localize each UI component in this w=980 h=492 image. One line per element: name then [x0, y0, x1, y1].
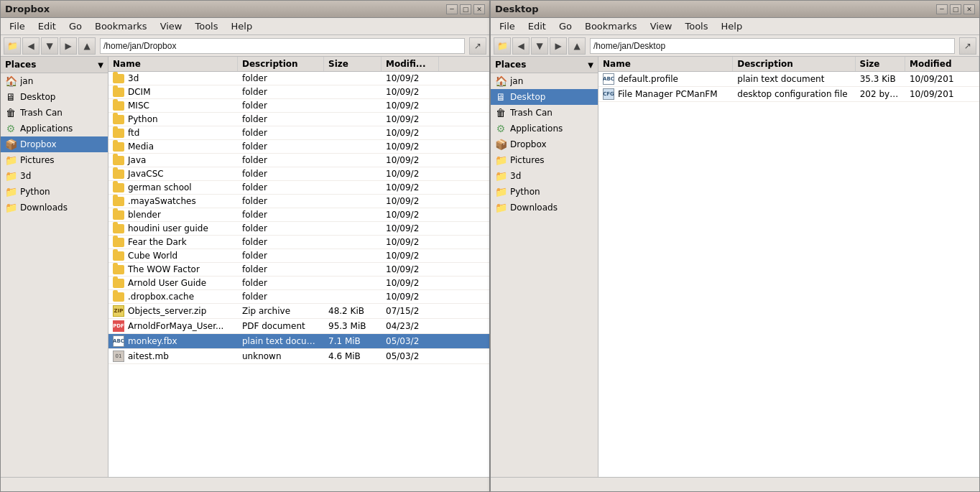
- menu-file[interactable]: File: [4, 19, 31, 33]
- table-row[interactable]: Fear the Dark folder 10/09/2: [108, 236, 489, 249]
- table-row[interactable]: german school folder 10/09/2: [108, 181, 489, 195]
- right-maximize-button[interactable]: □: [950, 4, 961, 14]
- table-row[interactable]: 3d folder 10/09/2: [108, 72, 489, 85]
- table-row[interactable]: PDF ArnoldForMaya_User... PDF document 9…: [108, 319, 489, 334]
- right-open-new-btn[interactable]: ↗: [959, 37, 976, 55]
- table-row[interactable]: CFG File Manager PCManFM desktop configu…: [598, 87, 979, 102]
- right-back-btn[interactable]: ◀: [512, 37, 530, 55]
- right-forward-btn[interactable]: ▶: [550, 37, 567, 55]
- right-menu-edit[interactable]: Edit: [522, 19, 552, 33]
- right-col-header-size[interactable]: Size: [856, 57, 905, 71]
- table-row[interactable]: blender folder 10/09/2: [108, 208, 489, 222]
- desktop-column-headers: Name Description Size Modified: [598, 57, 979, 72]
- folder-icon: [113, 88, 124, 97]
- menu-bookmarks[interactable]: Bookmarks: [89, 19, 153, 33]
- table-row[interactable]: DCIM folder 10/09/2: [108, 85, 489, 99]
- right-file-name-label: File Manager PCManFM: [618, 89, 718, 99]
- right-sidebar-item-trash[interactable]: 🗑 Trash Can: [491, 105, 598, 121]
- back-btn[interactable]: ◀: [22, 37, 40, 55]
- right-sidebar-item-3d[interactable]: 📁 3d: [491, 168, 598, 184]
- col-header-size[interactable]: Size: [324, 57, 382, 71]
- sidebar-item-pictures[interactable]: 📁 Pictures: [1, 152, 108, 168]
- forward-btn[interactable]: ▶: [60, 37, 77, 55]
- right-sidebar-toggle-icon[interactable]: ▼: [588, 61, 593, 69]
- sidebar-item-applications[interactable]: ⚙ Applications: [1, 121, 108, 136]
- right-menu-tools[interactable]: Tools: [679, 19, 713, 33]
- table-row[interactable]: ABC monkey.fbx plain text document 7.1 M…: [108, 334, 489, 349]
- sidebar-item-trash[interactable]: 🗑 Trash Can: [1, 105, 108, 121]
- folder-icon: [113, 224, 124, 233]
- open-new-icon: ↗: [474, 41, 481, 51]
- table-row[interactable]: .dropbox.cache folder 10/09/2: [108, 290, 489, 304]
- right-sidebar-item-desktop[interactable]: 🖥 Desktop: [491, 89, 598, 105]
- sidebar-item-python[interactable]: 📁 Python: [1, 184, 108, 200]
- right-sidebar-item-applications[interactable]: ⚙ Applications: [491, 121, 598, 136]
- table-row[interactable]: .mayaSwatches folder 10/09/2: [108, 195, 489, 208]
- left-file-rows: 3d folder 10/09/2 DCIM folder 10/09/2 MI…: [108, 72, 489, 364]
- right-sidebar-item-jan[interactable]: 🏠 jan: [491, 73, 598, 89]
- sidebar-toggle-icon[interactable]: ▼: [98, 61, 103, 69]
- table-row[interactable]: Java folder 10/09/2: [108, 154, 489, 167]
- table-row[interactable]: Arnold User Guide folder 10/09/2: [108, 277, 489, 290]
- menu-edit[interactable]: Edit: [32, 19, 62, 33]
- col-header-name[interactable]: Name: [108, 57, 238, 71]
- right-open-new-icon: ↗: [964, 41, 971, 51]
- right-menu-go[interactable]: Go: [553, 19, 578, 33]
- sidebar-item-downloads[interactable]: 📁 Downloads: [1, 200, 108, 215]
- table-row[interactable]: 01 aitest.mb unknown 4.6 MiB 05/03/2: [108, 349, 489, 364]
- right-address-input[interactable]: [590, 38, 955, 54]
- file-desc-cell: plain text document: [238, 335, 324, 348]
- dropdown-btn[interactable]: ▼: [41, 37, 58, 55]
- table-row[interactable]: Cube World folder 10/09/2: [108, 249, 489, 263]
- right-dropdown-btn[interactable]: ▼: [531, 37, 548, 55]
- desktop-window-controls: ─ □ ✕: [936, 4, 975, 14]
- right-col-header-date[interactable]: Modified: [905, 57, 979, 71]
- right-sidebar-item-pictures[interactable]: 📁 Pictures: [491, 152, 598, 168]
- sidebar-item-dropbox[interactable]: 📦 Dropbox: [1, 136, 108, 152]
- file-desc-cell: folder: [238, 236, 324, 249]
- sidebar-item-desktop[interactable]: 🖥 Desktop: [1, 89, 108, 105]
- right-sidebar-downloads-label: Downloads: [510, 203, 558, 213]
- minimize-button[interactable]: ─: [446, 4, 458, 14]
- right-col-header-name[interactable]: Name: [598, 57, 733, 71]
- right-menu-bookmarks[interactable]: Bookmarks: [579, 19, 643, 33]
- table-row[interactable]: ZIP Objects_server.zip Zip archive 48.2 …: [108, 304, 489, 319]
- right-sidebar-item-dropbox[interactable]: 📦 Dropbox: [491, 136, 598, 152]
- open-new-btn[interactable]: ↗: [469, 37, 486, 55]
- right-menu-view[interactable]: View: [644, 19, 678, 33]
- table-row[interactable]: ftd folder 10/09/2: [108, 126, 489, 140]
- address-input[interactable]: [100, 38, 465, 54]
- table-row[interactable]: JavaCSC folder 10/09/2: [108, 167, 489, 181]
- right-menu-file[interactable]: File: [494, 19, 521, 33]
- col-header-desc[interactable]: Description: [238, 57, 324, 71]
- right-location-btn[interactable]: 📁: [494, 37, 511, 55]
- table-row[interactable]: Python folder 10/09/2: [108, 113, 489, 126]
- menu-view[interactable]: View: [154, 19, 188, 33]
- right-col-header-desc[interactable]: Description: [733, 57, 855, 71]
- sidebar-item-3d[interactable]: 📁 3d: [1, 168, 108, 184]
- location-btn[interactable]: 📁: [4, 37, 21, 55]
- table-row[interactable]: MISC folder 10/09/2: [108, 99, 489, 113]
- right-sidebar-item-python[interactable]: 📁 Python: [491, 184, 598, 200]
- right-sidebar-item-downloads[interactable]: 📁 Downloads: [491, 200, 598, 215]
- menu-tools[interactable]: Tools: [189, 19, 223, 33]
- file-desc-cell: folder: [238, 290, 324, 303]
- table-row[interactable]: ABC default.profile plain text document …: [598, 72, 979, 87]
- table-row[interactable]: The WOW Factor folder 10/09/2: [108, 263, 489, 277]
- menu-go[interactable]: Go: [63, 19, 88, 33]
- menu-help[interactable]: Help: [226, 19, 259, 33]
- unknown-icon: 01: [113, 351, 124, 362]
- right-minimize-button[interactable]: ─: [936, 4, 948, 14]
- right-close-button[interactable]: ✕: [963, 4, 975, 14]
- file-name-cell: houdini user guide: [108, 222, 238, 235]
- right-up-btn[interactable]: ▲: [568, 37, 586, 55]
- table-row[interactable]: Media folder 10/09/2: [108, 140, 489, 154]
- up-btn[interactable]: ▲: [78, 37, 96, 55]
- maximize-button[interactable]: □: [460, 4, 471, 14]
- right-menu-help[interactable]: Help: [716, 19, 749, 33]
- sidebar-item-jan[interactable]: 🏠 jan: [1, 73, 108, 89]
- col-header-date[interactable]: Modifi...: [382, 57, 439, 71]
- table-row[interactable]: houdini user guide folder 10/09/2: [108, 222, 489, 236]
- dropbox-titlebar: Dropbox ─ □ ✕: [1, 1, 489, 18]
- close-button[interactable]: ✕: [473, 4, 485, 14]
